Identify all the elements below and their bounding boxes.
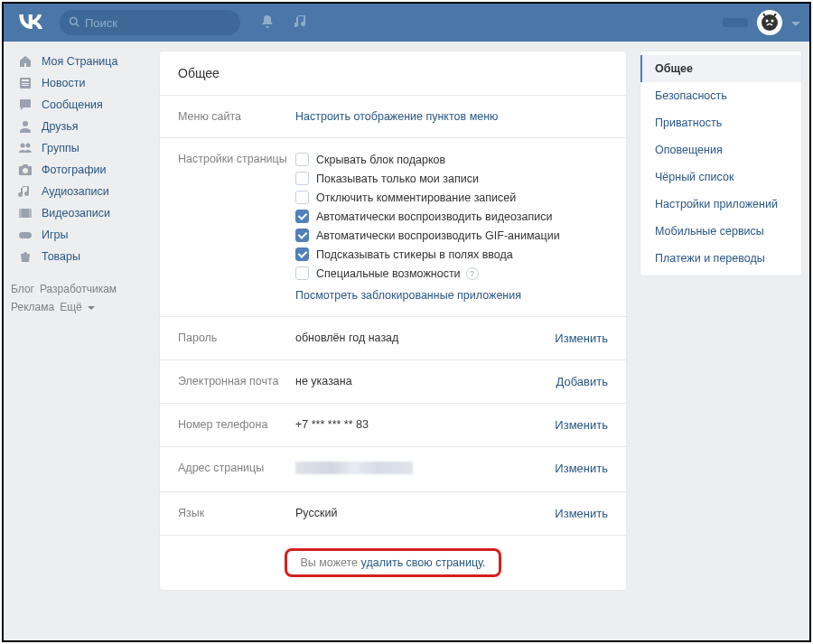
settings-nav-payments[interactable]: Платежи и переводы [640,245,801,272]
footer-ads[interactable]: Реклама [11,301,54,313]
checkbox[interactable] [295,229,309,242]
nav-groups[interactable]: Группы [11,137,146,159]
left-sidebar: Моя Страница Новости Сообщения Друзья Гр… [11,51,146,591]
nav-market[interactable]: Товары [11,246,146,267]
gamepad-icon [16,228,34,242]
delete-prefix: Вы можете [300,556,360,569]
nav-my-page[interactable]: Моя Страница [11,51,146,72]
help-icon[interactable]: ? [466,267,479,280]
svg-point-10 [21,144,25,148]
password-label: Пароль [178,331,295,345]
language-value: Русский [295,507,555,520]
footer-blog[interactable]: Блог [11,283,34,295]
news-icon [16,76,34,90]
page-setting-option[interactable]: Автоматически воспроизводить GIF-анимаци… [295,229,608,242]
music-icon[interactable] [294,14,307,32]
settings-nav-privacy[interactable]: Приватность [640,109,801,136]
option-label: Специальные возможности [316,267,461,280]
message-icon [16,98,34,112]
video-icon [16,206,34,220]
address-change-link[interactable]: Изменить [555,462,608,475]
settings-nav-general[interactable]: Общее [640,55,801,82]
email-add-link[interactable]: Добавить [556,375,608,388]
phone-change-link[interactable]: Изменить [555,418,608,432]
page-setting-option[interactable]: Автоматически воспроизводить видеозаписи [295,210,608,223]
search-icon [69,16,79,30]
option-label: Автоматически воспроизводить GIF-анимаци… [316,229,560,242]
footer-links: БлогРазработчикам РекламаЕщё [11,280,146,317]
settings-nav: Общее Безопасность Приватность Оповещени… [640,51,802,276]
nav-video[interactable]: Видеозаписи [11,202,146,224]
settings-nav-notifications[interactable]: Оповещения [640,136,801,163]
delete-account-section: Вы можете удалить свою страницу. [160,536,626,590]
audio-icon [16,184,34,199]
page-settings-label: Настройки страницы [178,153,295,302]
nav-photos[interactable]: Фотографии [11,159,146,181]
option-label: Скрывать блок подарков [316,154,445,166]
site-menu-configure-link[interactable]: Настроить отображение пунктов меню [295,110,498,123]
bell-icon[interactable] [260,14,275,32]
blocked-apps-link[interactable]: Посмотреть заблокированные приложения [295,289,521,302]
settings-panel: Общее Меню сайта Настроить отображение п… [159,51,627,591]
checkbox[interactable] [295,153,309,166]
password-value: обновлён год назад [295,331,555,345]
page-setting-option[interactable]: Отключить комментирование записей [295,191,608,204]
search-placeholder: Поиск [85,16,117,30]
nav-messages[interactable]: Сообщения [11,94,146,116]
footer-dev[interactable]: Разработчикам [40,283,117,295]
vk-logo[interactable] [13,13,60,33]
search-input[interactable]: Поиск [60,10,240,35]
nav-audio[interactable]: Аудиозаписи [11,181,146,202]
home-icon [16,54,34,69]
top-bar: Поиск [4,4,809,42]
page-setting-option[interactable]: Специальные возможности? [295,266,608,280]
page-setting-option[interactable]: Скрывать блок подарков [295,153,608,166]
option-label: Показывать только мои записи [316,173,479,185]
svg-point-4 [771,20,774,23]
nav-news[interactable]: Новости [11,72,146,94]
svg-line-1 [76,23,79,26]
svg-point-13 [23,168,28,173]
chevron-down-icon[interactable] [791,16,800,30]
svg-rect-6 [22,79,29,81]
settings-nav-apps[interactable]: Настройки приложений [640,191,801,218]
settings-nav-security[interactable]: Безопасность [640,82,801,109]
page-setting-option[interactable]: Показывать только мои записи [295,172,608,185]
svg-rect-8 [22,85,29,86]
nav-friends[interactable]: Друзья [11,116,146,137]
settings-nav-mobile[interactable]: Мобильные сервисы [640,218,801,245]
delete-page-link[interactable]: удалить свою страницу. [361,556,486,569]
user-name[interactable] [723,18,748,27]
page-setting-option[interactable]: Подсказывать стикеры в полях ввода [295,247,608,261]
address-label: Адрес страницы [178,462,295,477]
email-value: не указана [295,375,556,388]
option-label: Подсказывать стикеры в полях ввода [316,248,513,261]
avatar[interactable] [757,10,782,35]
svg-rect-16 [19,209,22,218]
checkbox[interactable] [295,210,309,223]
svg-point-0 [70,17,78,24]
svg-rect-18 [19,232,32,238]
svg-point-11 [26,144,31,148]
svg-point-3 [766,20,769,23]
settings-nav-blacklist[interactable]: Чёрный список [640,163,801,191]
footer-more[interactable]: Ещё [60,301,82,313]
friends-icon [16,119,34,134]
nav-games[interactable]: Игры [11,224,146,246]
language-label: Язык [178,507,295,520]
page-title: Общее [160,51,626,96]
svg-rect-7 [22,83,29,84]
email-label: Электронная почта [178,375,295,388]
phone-value: +7 *** *** ** 83 [295,418,555,432]
market-icon [16,249,34,264]
camera-icon [16,163,34,177]
language-change-link[interactable]: Изменить [555,507,608,520]
address-value-blurred [295,462,413,474]
password-change-link[interactable]: Изменить [555,331,608,345]
checkbox[interactable] [295,247,309,261]
checkbox[interactable] [295,191,309,204]
phone-label: Номер телефона [178,418,295,432]
chevron-down-icon [88,306,95,311]
checkbox[interactable] [295,266,309,280]
checkbox[interactable] [295,172,309,185]
